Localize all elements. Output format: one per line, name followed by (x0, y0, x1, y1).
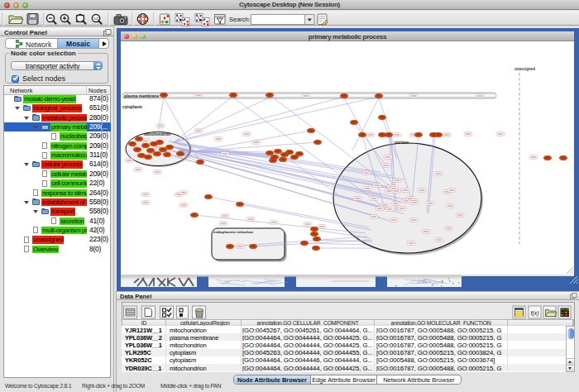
svg-text:plasma membrane: plasma membrane (124, 94, 159, 98)
svg-text:f(x): f(x) (531, 310, 539, 317)
svg-text:unassigned: unassigned (514, 67, 535, 71)
svg-text:mitochondrion: mitochondrion (144, 132, 170, 136)
svg-text:endoplasmic reticulum: endoplasmic reticulum (213, 230, 253, 234)
svg-text:Search:: Search: (229, 15, 251, 22)
svg-text:cytoplasm: cytoplasm (122, 105, 142, 109)
svg-text:nucleus: nucleus (395, 141, 409, 145)
